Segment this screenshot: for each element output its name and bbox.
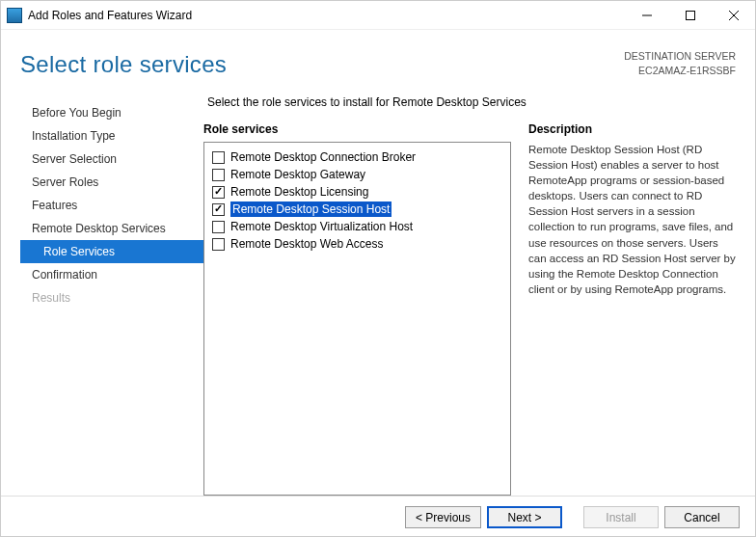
window-title: Add Roles and Features Wizard bbox=[28, 9, 625, 22]
role-service-label: Remote Desktop Virtualization Host bbox=[230, 219, 413, 234]
role-service-label: Remote Desktop Session Host bbox=[230, 201, 392, 217]
role-service-label: Remote Desktop Licensing bbox=[230, 184, 368, 200]
role-services-listbox[interactable]: Remote Desktop Connection BrokerRemote D… bbox=[203, 142, 511, 496]
minimize-button[interactable] bbox=[625, 2, 668, 29]
role-service-item[interactable]: Remote Desktop Licensing bbox=[210, 183, 504, 201]
app-icon bbox=[7, 8, 22, 23]
wizard-nav: Before You BeginInstallation TypeServer … bbox=[20, 95, 203, 496]
description-text: Remote Desktop Session Host (RD Session … bbox=[528, 142, 736, 297]
description-label: Description bbox=[528, 122, 736, 136]
role-service-item[interactable]: Remote Desktop Connection Broker bbox=[210, 148, 504, 166]
role-service-label: Remote Desktop Gateway bbox=[230, 167, 365, 182]
minimize-icon bbox=[642, 11, 652, 20]
destination-value: EC2AMAZ-E1RSSBF bbox=[624, 64, 736, 78]
checkbox[interactable] bbox=[212, 186, 225, 199]
svg-rect-1 bbox=[686, 11, 694, 19]
page-header: Select role services DESTINATION SERVER … bbox=[1, 30, 755, 86]
role-service-label: Remote Desktop Connection Broker bbox=[230, 149, 416, 165]
nav-item[interactable]: Remote Desktop Services bbox=[20, 217, 203, 240]
main-panel: Select the role services to install for … bbox=[203, 95, 736, 496]
cancel-button[interactable]: Cancel bbox=[664, 506, 740, 528]
role-service-item[interactable]: Remote Desktop Virtualization Host bbox=[210, 218, 504, 235]
nav-item[interactable]: Installation Type bbox=[20, 124, 203, 148]
checkbox[interactable] bbox=[212, 221, 225, 233]
intro-text: Select the role services to install for … bbox=[207, 95, 736, 109]
nav-item: Results bbox=[20, 286, 203, 309]
nav-item[interactable]: Role Services bbox=[20, 240, 203, 263]
role-service-label: Remote Desktop Web Access bbox=[230, 236, 384, 252]
close-button[interactable] bbox=[712, 2, 755, 29]
nav-item[interactable]: Server Roles bbox=[20, 171, 203, 194]
previous-button[interactable]: < Previous bbox=[405, 506, 481, 528]
role-services-label: Role services bbox=[203, 122, 511, 136]
checkbox[interactable] bbox=[212, 151, 225, 164]
nav-item[interactable]: Confirmation bbox=[20, 263, 203, 286]
next-button[interactable]: Next > bbox=[487, 506, 562, 528]
nav-item[interactable]: Server Selection bbox=[20, 148, 203, 171]
maximize-icon bbox=[686, 11, 695, 20]
nav-item[interactable]: Before You Begin bbox=[20, 101, 203, 124]
checkbox[interactable] bbox=[212, 238, 225, 251]
wizard-footer: < Previous Next > Install Cancel bbox=[1, 496, 755, 537]
destination-server-block: DESTINATION SERVER EC2AMAZ-E1RSSBF bbox=[624, 43, 736, 77]
maximize-button[interactable] bbox=[668, 2, 712, 29]
role-service-item[interactable]: Remote Desktop Session Host bbox=[210, 201, 504, 218]
checkbox[interactable] bbox=[212, 169, 225, 181]
install-button: Install bbox=[583, 506, 659, 528]
checkbox[interactable] bbox=[212, 203, 225, 216]
close-icon bbox=[729, 11, 739, 20]
role-service-item[interactable]: Remote Desktop Gateway bbox=[210, 166, 504, 183]
role-service-item[interactable]: Remote Desktop Web Access bbox=[210, 235, 504, 253]
destination-label: DESTINATION SERVER bbox=[624, 49, 736, 64]
nav-item[interactable]: Features bbox=[20, 194, 203, 217]
page-title: Select role services bbox=[20, 51, 624, 78]
title-bar: Add Roles and Features Wizard bbox=[1, 1, 755, 30]
